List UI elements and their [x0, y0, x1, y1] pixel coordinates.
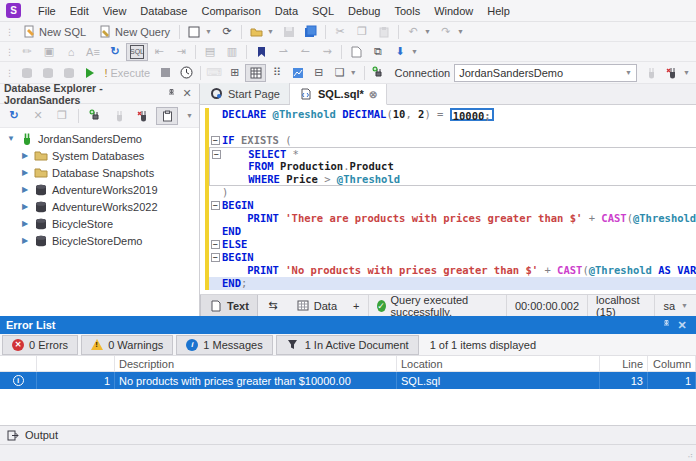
pin-icon[interactable]	[163, 88, 179, 100]
database-tool-button-1[interactable]	[16, 64, 37, 82]
code-line-6[interactable]: WHERE Price > @Threshold	[200, 173, 696, 186]
fold-collapse-icon[interactable]: −	[212, 150, 221, 159]
chart-view-button[interactable]	[287, 64, 308, 82]
navigate-button[interactable]: ⌂	[60, 43, 82, 61]
chevron-down-icon[interactable]: ▼	[6, 134, 16, 143]
close-icon[interactable]: ✕	[179, 87, 195, 100]
comment-button[interactable]: ▤	[199, 43, 221, 61]
header-number-column[interactable]	[37, 356, 115, 371]
chevron-right-icon[interactable]: ▶	[20, 202, 30, 211]
explorer-close-connection-button[interactable]	[132, 107, 154, 125]
code-area[interactable]: DECLARE @Threshold DECIMAL(10, 2) = 1000…	[200, 105, 696, 294]
case-button[interactable]: A≡	[82, 43, 104, 61]
layout-button[interactable]: ⧉	[367, 43, 389, 61]
find-object-button[interactable]: ▣	[38, 43, 60, 61]
export-data-button[interactable]: ⊟	[308, 64, 329, 82]
export-grid-button[interactable]: ⊞	[224, 64, 245, 82]
code-line-12[interactable]: −BEGIN	[200, 251, 696, 264]
code-line-14[interactable]: END;	[200, 277, 696, 290]
code-line-2[interactable]	[200, 121, 696, 134]
header-description[interactable]: Description	[115, 356, 397, 371]
explorer-refresh-button[interactable]: ↻	[3, 107, 25, 125]
fold-collapse-icon[interactable]: −	[211, 240, 220, 249]
explorer-delete-button[interactable]: ✕	[27, 107, 49, 125]
fold-collapse-icon[interactable]: −	[211, 201, 220, 210]
close-icon[interactable]: ✕	[674, 319, 690, 332]
database-tool-button-3[interactable]	[58, 64, 79, 82]
menu-debug[interactable]: Debug	[341, 2, 387, 20]
pin-icon[interactable]	[658, 319, 674, 331]
database-tool-button-2[interactable]	[37, 64, 58, 82]
clear-bookmarks-button[interactable]: ⇝	[316, 43, 338, 61]
menu-file[interactable]: File	[31, 2, 63, 20]
code-line-10[interactable]: END	[200, 225, 696, 238]
window-mode-button[interactable]: ❏▼	[329, 64, 360, 82]
text-view-tab[interactable]: Text	[200, 295, 258, 317]
new-document-button[interactable]: ▼	[183, 23, 216, 41]
save-all-button[interactable]	[300, 23, 322, 41]
tab-start-page[interactable]: Start Page	[200, 83, 290, 104]
debug-value-box[interactable]: 10000;	[450, 108, 494, 121]
menu-help[interactable]: Help	[480, 2, 517, 20]
refresh-button[interactable]: ↻	[104, 43, 126, 61]
header-column[interactable]: Column	[648, 356, 696, 371]
cut-button[interactable]: ✂	[329, 23, 351, 41]
code-line-4[interactable]: − SELECT *	[200, 147, 696, 160]
fold-collapse-icon[interactable]: −	[211, 253, 220, 262]
menu-comparison[interactable]: Comparison	[194, 2, 267, 20]
chevron-right-icon[interactable]: ▶	[20, 151, 30, 160]
code-line-11[interactable]: −ELSE	[200, 238, 696, 251]
menu-view[interactable]: View	[96, 2, 134, 20]
explorer-duplicate-button[interactable]: ❐	[51, 107, 73, 125]
code-line-5[interactable]: FROM Production.Product	[200, 160, 696, 173]
tile-view-button[interactable]: ⠿	[266, 64, 287, 82]
chevron-right-icon[interactable]: ▶	[20, 168, 30, 177]
data-view-tab[interactable]: Data	[288, 295, 345, 317]
tree-item-adventureworks2022[interactable]: ▶AdventureWorks2022	[0, 198, 199, 215]
toolbar-overflow-icon[interactable]: ▼	[683, 69, 690, 76]
explorer-new-connection-button[interactable]	[84, 107, 106, 125]
code-line-13[interactable]: PRINT 'No products with prices greater t…	[200, 264, 696, 277]
menu-database[interactable]: Database	[133, 2, 194, 20]
error-list-row[interactable]: i1No products with prices greater than $…	[0, 372, 696, 389]
tree-item-bicyclestoredemo[interactable]: ▶BicycleStoreDemo	[0, 232, 199, 249]
filter-1-messages[interactable]: i1 Messages	[176, 335, 272, 355]
resize-grip-icon[interactable]: ⣠	[687, 449, 693, 458]
save-button[interactable]	[278, 23, 300, 41]
run-button[interactable]	[79, 64, 100, 82]
chevron-right-icon[interactable]: ▶	[20, 185, 30, 194]
menu-data[interactable]: Data	[268, 2, 305, 20]
close-connection-button[interactable]	[662, 64, 683, 82]
sql-formatter-button[interactable]: SQL	[126, 43, 148, 61]
header-line[interactable]: Line	[600, 356, 648, 371]
tree-item-jordansandersdemo[interactable]: ▼JordanSandersDemo	[0, 130, 199, 147]
filter-0-warnings[interactable]: 0 Warnings	[81, 335, 173, 355]
decrease-indent-button[interactable]: ⇤	[148, 43, 170, 61]
code-line-9[interactable]: PRINT 'There are products with prices gr…	[200, 212, 696, 225]
chevron-right-icon[interactable]: ▶	[20, 219, 30, 228]
menu-edit[interactable]: Edit	[63, 2, 96, 20]
redo-button[interactable]: ↷▼	[435, 23, 468, 41]
new-sql-button[interactable]: New SQL	[16, 23, 92, 41]
header-icon-column[interactable]	[0, 356, 37, 371]
tree-item-adventureworks2019[interactable]: ▶AdventureWorks2019	[0, 181, 199, 198]
open-file-button[interactable]: ▼	[245, 23, 278, 41]
keyboard-button[interactable]: ⌨	[203, 64, 224, 82]
next-bookmark-button[interactable]: ⇀	[272, 43, 294, 61]
menu-tools[interactable]: Tools	[387, 2, 427, 20]
history-button[interactable]	[176, 64, 197, 82]
tree-item-bicyclestore[interactable]: ▶BicycleStore	[0, 215, 199, 232]
toolbar-grip[interactable]: ⋮	[2, 47, 16, 57]
explorer-clipboard-button[interactable]	[156, 107, 178, 125]
toolbar-grip[interactable]: ⋮	[2, 68, 16, 78]
prev-bookmark-button[interactable]: ↼	[294, 43, 316, 61]
code-line-1[interactable]: DECLARE @Threshold DECIMAL(10, 2) = 1000…	[200, 108, 696, 121]
undo-button[interactable]: ↶▼	[402, 23, 435, 41]
code-line-8[interactable]: −BEGIN	[200, 199, 696, 212]
stop-button[interactable]	[155, 64, 176, 82]
tab-close-icon[interactable]: ⊗	[369, 89, 377, 100]
tree-item-database-snapshots[interactable]: ▶Database Snapshots	[0, 164, 199, 181]
user-selector[interactable]: sa▼	[654, 295, 696, 316]
code-line-3[interactable]: −IF EXISTS (	[200, 134, 696, 147]
explorer-toolbar-overflow-icon[interactable]: ▼	[186, 112, 193, 119]
